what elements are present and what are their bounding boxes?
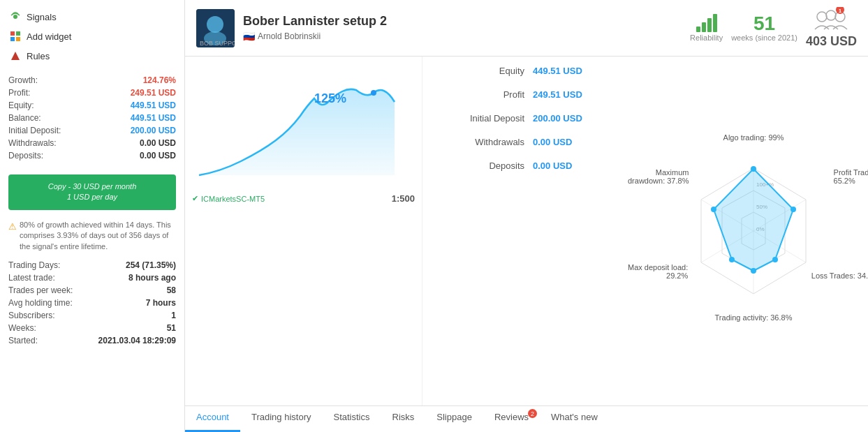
balance-label: Balance: (8, 113, 41, 123)
copy-button[interactable]: Copy - 30 USD per month 1 USD per day (8, 174, 176, 210)
weeks-sublabel: weeks (since 2021) (731, 33, 797, 42)
metric-withdrawals: Withdrawals 0.00 USD (434, 135, 610, 149)
subscribers-value: 1 (171, 311, 176, 320)
copy-button-sublabel: 1 USD per day (15, 192, 169, 202)
tab-slippage[interactable]: Slippage (425, 406, 483, 432)
svg-point-26 (751, 166, 756, 172)
balance-value: 449.51 USD (131, 113, 176, 123)
warning-icon: ⚠ (8, 221, 17, 252)
tab-account[interactable]: Account (185, 406, 240, 432)
price-chart (192, 64, 415, 189)
svg-point-31 (711, 207, 716, 212)
stat-equity: Equity: 449.51 USD (8, 99, 176, 112)
weeks-value: 51 (167, 323, 176, 333)
page-header: BOB SUPPORT Bober Lannister setup 2 🇷🇺 A… (185, 0, 868, 57)
widget-icon (10, 31, 21, 42)
metric-equity-value: 449.51 USD (533, 66, 603, 76)
trading-days-label: Trading Days: (8, 260, 60, 270)
trading-days-value: 254 (71.35%) (126, 260, 176, 270)
subscribers-icon: 1 (814, 7, 848, 32)
stat-deposits: Deposits: 0.00 USD (8, 149, 176, 162)
metric-withdrawals-label: Withdrawals (434, 137, 524, 147)
body-area: 125% ✔ ICMarketsSC-MT5 1:500 Equity 449.… (185, 57, 868, 405)
metric-withdrawals-value: 0.00 USD (533, 137, 603, 147)
metrics-section: Equity 449.51 USD Profit 249.51 USD Init… (422, 57, 621, 405)
sidebar-item-rules[interactable]: Rules (7, 46, 177, 66)
avg-holding-label: Avg holding time: (8, 298, 73, 308)
svg-point-29 (751, 268, 756, 274)
radar-label-trading-activity: Trading activity: 36.8% (715, 313, 793, 322)
stat-weeks: Weeks: 51 (8, 322, 176, 334)
growth-note-text: 80% of growth achieved within 14 days. T… (20, 220, 176, 252)
started-label: Started: (8, 336, 38, 345)
reliability-label: Reliability (690, 33, 723, 42)
radar-wrapper: Algo trading: 99% Profit Trades:65.2% Lo… (628, 133, 868, 329)
subscribers-icon-wrapper: 1 (814, 7, 848, 34)
tab-statistics-label: Statistics (333, 412, 369, 422)
initial-deposit-value: 200.00 USD (131, 126, 176, 135)
stat-growth: Growth: 124.76% (8, 74, 176, 87)
tab-reviews[interactable]: Reviews 2 (483, 406, 540, 432)
trades-per-week-label: Trades per week: (8, 285, 73, 295)
main-content: BOB SUPPORT Bober Lannister setup 2 🇷🇺 A… (185, 0, 868, 432)
sidebar-nav: Signals Add widget Rules (0, 7, 184, 66)
bar-4 (713, 14, 717, 32)
tab-trading-history-label: Trading history (251, 412, 311, 422)
tab-whats-new[interactable]: What's new (540, 406, 609, 432)
started-value: 2021.03.04 18:29:09 (98, 336, 176, 345)
stat-trades-per-week: Trades per week: 58 (8, 284, 176, 297)
svg-point-10 (817, 12, 827, 22)
flag-icon: 🇷🇺 (243, 31, 255, 42)
sidebar-stats: Growth: 124.76% Profit: 249.51 USD Equit… (0, 68, 184, 167)
usd-value: 403 USD (806, 34, 857, 49)
metric-initial-deposit-value: 200.00 USD (533, 113, 603, 124)
equity-label: Equity: (8, 100, 34, 110)
avg-holding-value: 7 hours (146, 298, 176, 308)
metric-profit-value: 249.51 USD (533, 89, 603, 100)
growth-note: ⚠ 80% of growth achieved within 14 days.… (8, 220, 176, 252)
svg-point-0 (13, 15, 17, 19)
header-info: Bober Lannister setup 2 🇷🇺 Arnold Bobrin… (243, 14, 682, 42)
stat-balance: Balance: 449.51 USD (8, 112, 176, 124)
metric-deposits-value: 0.00 USD (533, 161, 603, 171)
leverage-value: 1:500 (392, 193, 415, 204)
weeks-stat: 51 weeks (since 2021) (731, 14, 797, 42)
tab-risks[interactable]: Risks (381, 406, 426, 432)
bar-3 (707, 18, 712, 32)
reliability-stat: Reliability (690, 14, 723, 42)
svg-point-30 (729, 257, 735, 262)
metric-deposits-label: Deposits (434, 161, 524, 171)
metric-deposits: Deposits 0.00 USD (434, 158, 610, 172)
broker-name: ICMarketsSC-MT5 (201, 195, 265, 203)
subscribers-label: Subscribers: (8, 311, 55, 320)
withdrawals-value: 0.00 USD (140, 138, 176, 148)
avatar: BOB SUPPORT (196, 9, 235, 47)
tab-statistics[interactable]: Statistics (322, 406, 381, 432)
svg-marker-5 (11, 52, 20, 60)
tab-risks-label: Risks (392, 412, 415, 422)
svg-text:1: 1 (839, 8, 842, 14)
radar-label-max-deposit: Max deposit load:29.2% (628, 263, 688, 280)
chart-section: 125% ✔ ICMarketsSC-MT5 1:500 (185, 57, 422, 405)
copy-button-label: Copy - 30 USD per month (15, 181, 169, 192)
trades-per-week-value: 58 (167, 285, 176, 295)
sidebar-item-signals[interactable]: Signals (7, 7, 177, 27)
deposits-value: 0.00 USD (140, 151, 176, 161)
profit-value: 249.51 USD (131, 88, 176, 98)
signals-label: Signals (27, 12, 57, 22)
withdrawals-label: Withdrawals: (8, 138, 57, 148)
signals-icon (10, 11, 21, 22)
tab-reviews-label: Reviews (494, 412, 529, 422)
weeks-label: Weeks: (8, 323, 36, 333)
stat-started: Started: 2021.03.04 18:29:09 (8, 334, 176, 347)
metric-initial-deposit: Initial Deposit 200.00 USD (434, 111, 610, 125)
tab-whats-new-label: What's new (551, 412, 598, 422)
initial-deposit-label: Initial Deposit: (8, 126, 61, 135)
svg-point-7 (207, 16, 223, 33)
svg-rect-3 (10, 37, 15, 41)
stat-profit: Profit: 249.51 USD (8, 87, 176, 99)
header-author: Arnold Bobrinskii (258, 31, 321, 41)
sidebar-item-add-widget[interactable]: Add widget (7, 27, 177, 46)
metric-equity: Equity 449.51 USD (434, 64, 610, 77)
tab-trading-history[interactable]: Trading history (240, 406, 323, 432)
